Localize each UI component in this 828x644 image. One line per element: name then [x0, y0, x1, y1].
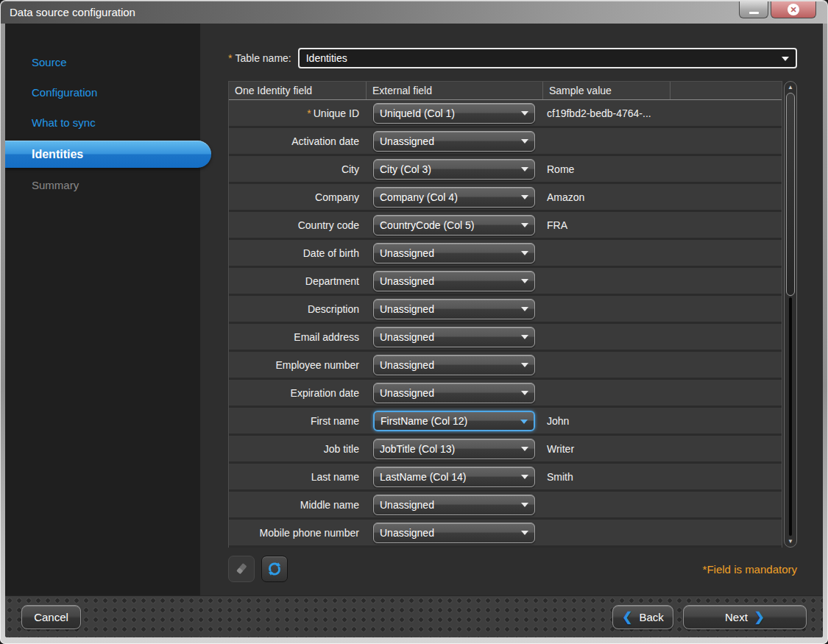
- table-row: Email address Unassigned: [229, 324, 782, 350]
- external-field-dropdown[interactable]: Unassigned: [373, 495, 535, 515]
- sidebar-item-identities[interactable]: Identities: [5, 141, 211, 168]
- chevron-down-icon: [521, 139, 528, 144]
- field-label: Country code: [298, 219, 359, 231]
- table-name-combobox[interactable]: Identities: [298, 48, 797, 68]
- scroll-down-icon[interactable]: ▼: [785, 538, 796, 545]
- cancel-label: Cancel: [34, 611, 68, 623]
- external-field-cell: City (Col 3): [366, 159, 542, 180]
- external-field-dropdown[interactable]: City (Col 3): [373, 159, 535, 180]
- external-field-value: Unassigned: [380, 303, 434, 315]
- one-identity-field-cell: Middle name: [229, 499, 366, 511]
- column-header-external-field[interactable]: External field: [366, 82, 542, 99]
- sidebar-item-configuration[interactable]: Configuration: [5, 80, 200, 105]
- external-field-value: UniqueId (Col 1): [380, 107, 455, 119]
- sample-value: Amazon: [542, 191, 782, 203]
- scroll-up-icon[interactable]: ▲: [785, 84, 796, 91]
- cancel-button[interactable]: Cancel: [21, 605, 81, 629]
- table-name-row: *Table name: Identities: [228, 47, 797, 69]
- external-field-dropdown[interactable]: Unassigned: [373, 355, 535, 375]
- table-row: Expiration date Unassigned: [229, 380, 782, 406]
- one-identity-field-cell: Mobile phone number: [229, 527, 366, 539]
- field-label: Description: [308, 303, 359, 315]
- back-label: Back: [639, 611, 663, 623]
- external-field-value: JobTitle (Col 13): [380, 443, 455, 455]
- field-label: Job title: [324, 443, 359, 455]
- chevron-down-icon: [782, 57, 789, 61]
- external-field-value: LastName (Col 14): [380, 471, 467, 483]
- field-label: Middle name: [300, 499, 359, 511]
- sample-value: Smith: [542, 471, 782, 483]
- external-field-cell: JobTitle (Col 13): [366, 439, 542, 459]
- external-field-dropdown[interactable]: Unassigned: [373, 299, 535, 319]
- minimize-button[interactable]: [739, 1, 768, 18]
- chevron-down-icon: [521, 279, 528, 283]
- one-identity-field-cell: Last name: [229, 471, 366, 483]
- external-field-cell: Unassigned: [366, 327, 542, 347]
- external-field-dropdown[interactable]: Unassigned: [373, 131, 535, 152]
- column-header-one-identity-field[interactable]: One Identity field: [229, 82, 366, 99]
- field-label: Expiration date: [291, 387, 359, 399]
- minimize-icon: [749, 12, 759, 14]
- external-field-value: Unassigned: [380, 331, 434, 343]
- refresh-button[interactable]: [261, 556, 288, 582]
- one-identity-field-cell: Department: [229, 275, 366, 287]
- field-label: Activation date: [291, 135, 359, 147]
- external-field-dropdown[interactable]: Unassigned: [373, 271, 535, 291]
- external-field-dropdown[interactable]: LastName (Col 14): [373, 467, 535, 487]
- chevron-down-icon: [521, 111, 528, 116]
- one-identity-field-cell: City: [229, 163, 366, 175]
- chevron-down-icon: [521, 167, 528, 171]
- field-label: Company: [315, 191, 359, 203]
- column-header-sample-value[interactable]: Sample value: [542, 82, 670, 99]
- eraser-icon: [234, 562, 249, 576]
- field-label: Department: [305, 275, 359, 287]
- one-identity-field-cell: Description: [229, 303, 366, 315]
- table-row: Middle name Unassigned: [229, 492, 782, 517]
- table-row: *Unique ID UniqueId (Col 1) cf19fbd2-bed…: [229, 100, 782, 126]
- sidebar-item-source[interactable]: Source: [5, 50, 200, 75]
- external-field-dropdown[interactable]: CountryCode (Col 5): [373, 215, 535, 236]
- external-field-value: Unassigned: [380, 135, 434, 147]
- wizard-steps-sidebar: Source Configuration What to sync Identi…: [5, 24, 200, 595]
- next-button[interactable]: Next ❯: [683, 605, 807, 629]
- one-identity-field-cell: Email address: [229, 331, 366, 343]
- external-field-dropdown[interactable]: UniqueId (Col 1): [373, 103, 535, 124]
- external-field-dropdown[interactable]: JobTitle (Col 13): [373, 439, 535, 459]
- table-row: First name FirstName (Col 12) John: [229, 408, 782, 434]
- data-source-configuration-window: Data source configuration ✕ Source Confi…: [0, 0, 828, 644]
- vertical-scrollbar[interactable]: ▲ ▼: [784, 81, 797, 548]
- external-field-dropdown[interactable]: Unassigned: [373, 383, 535, 403]
- sample-value: John: [542, 415, 782, 427]
- external-field-dropdown[interactable]: Company (Col 4): [373, 187, 535, 208]
- table-row: Company Company (Col 4) Amazon: [229, 184, 782, 210]
- chevron-down-icon: [521, 531, 528, 535]
- close-button[interactable]: ✕: [771, 1, 816, 18]
- table-name-value: Identities: [306, 52, 347, 64]
- chevron-down-icon: [521, 475, 528, 479]
- scrollbar-track[interactable]: [789, 297, 792, 536]
- table-row: Date of birth Unassigned: [229, 240, 782, 266]
- one-identity-field-cell: Activation date: [229, 135, 366, 147]
- field-label: Unique ID: [314, 107, 359, 119]
- back-button[interactable]: ❮ Back: [612, 605, 673, 629]
- one-identity-field-cell: First name: [229, 415, 366, 427]
- external-field-cell: LastName (Col 14): [366, 467, 542, 487]
- table-row: Mobile phone number Unassigned: [229, 520, 782, 545]
- scrollbar-thumb[interactable]: [786, 93, 795, 296]
- external-field-cell: Unassigned: [366, 383, 542, 403]
- chevron-down-icon: [521, 195, 528, 199]
- window-title: Data source configuration: [10, 6, 135, 18]
- dialog-body: Source Configuration What to sync Identi…: [5, 24, 823, 637]
- external-field-dropdown[interactable]: Unassigned: [373, 327, 535, 347]
- external-field-cell: FirstName (Col 12): [366, 411, 542, 431]
- external-field-dropdown[interactable]: Unassigned: [373, 523, 535, 543]
- external-field-dropdown[interactable]: Unassigned: [373, 243, 535, 263]
- sidebar-item-what-to-sync[interactable]: What to sync: [5, 110, 200, 135]
- external-field-dropdown[interactable]: FirstName (Col 12): [373, 411, 535, 431]
- chevron-down-icon: [521, 503, 528, 507]
- external-field-value: Unassigned: [380, 275, 434, 287]
- chevron-down-icon: [521, 363, 528, 367]
- close-icon: ✕: [788, 4, 799, 15]
- one-identity-field-cell: *Unique ID: [229, 107, 366, 119]
- one-identity-field-cell: Company: [229, 191, 366, 203]
